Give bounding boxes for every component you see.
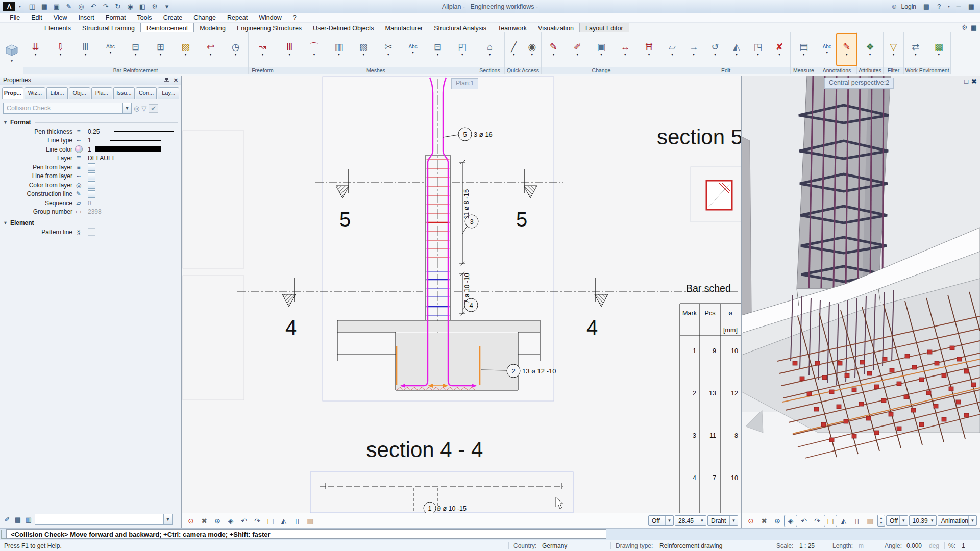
ribbon-tool-button[interactable]: ▥▾	[327, 34, 351, 65]
maximize-viewport-icon[interactable]: □	[964, 78, 968, 85]
viewport-tool-button[interactable]: ▦	[864, 515, 876, 527]
qat-icon[interactable]: ↷	[100, 2, 111, 11]
tab-issues[interactable]: Issu...	[113, 87, 135, 99]
tool-dropdown-caret[interactable]: ▼	[122, 103, 131, 113]
menu-item[interactable]: ?	[287, 14, 302, 21]
menu-item[interactable]: Change	[188, 14, 222, 21]
qat-icon[interactable]: ◫	[27, 2, 38, 11]
collapse-format-icon[interactable]: ▼	[3, 120, 8, 125]
viewport-tool-button[interactable]: ⊕	[211, 515, 224, 527]
ribbon-tool-button[interactable]: Ħ▾	[637, 34, 661, 65]
qat-icon[interactable]: ◧	[137, 2, 148, 11]
section-display-combo[interactable]: Off▼	[886, 515, 908, 526]
line-from-layer-checkbox[interactable]	[88, 172, 95, 180]
match-properties-icon[interactable]: ✐	[3, 516, 12, 523]
qat-icon[interactable]: ✎	[63, 2, 75, 11]
viewport-tool-button[interactable]: ◈	[225, 515, 237, 527]
viewport-tool-button[interactable]: ▦	[304, 515, 316, 527]
length-unit[interactable]: m	[859, 542, 864, 549]
close-panel-icon[interactable]: ✕	[174, 77, 178, 84]
pen-from-layer-row[interactable]: Pen from layer ≡	[0, 163, 181, 172]
viewport-tool-button[interactable]: ▯	[851, 515, 863, 527]
ribbon-tool-button[interactable]: Ⅲ▾	[73, 34, 98, 65]
section-display-combo[interactable]: Off▼	[648, 515, 674, 526]
render-mode-combo[interactable]: Draht▼	[707, 515, 738, 526]
ribbon-tool-button[interactable]: ◷▾	[223, 34, 248, 65]
combo-caret-icon[interactable]: ▼	[665, 516, 673, 525]
qat-icon[interactable]: ⚙	[149, 2, 160, 11]
user-icon[interactable]: ☺	[889, 2, 900, 11]
ribbon-tool-button[interactable]: ◰▾	[450, 34, 475, 65]
tab-structural-analysis[interactable]: Structural Analysis	[428, 23, 492, 32]
zoom-scale-combo[interactable]: 10.39▼	[909, 515, 937, 526]
qat-icon[interactable]: ◎	[76, 2, 87, 11]
tab-objects[interactable]: Obj...	[69, 87, 90, 99]
pen-thickness-row[interactable]: Pen thickness ≡ 0.25	[0, 127, 181, 136]
angle-unit[interactable]: deg	[929, 542, 939, 549]
sequence-row[interactable]: Sequence ▱ 0	[0, 198, 181, 208]
viewport-tool-button[interactable]: ↶	[238, 515, 250, 527]
drawing-type-value[interactable]: Reinforcement drawing	[659, 542, 722, 549]
panels-icon[interactable]: ▦	[966, 2, 977, 11]
ribbon-tool-button[interactable]: ◭▾	[726, 34, 747, 65]
ribbon-tool-button[interactable]: ▱▾	[662, 34, 683, 65]
ribbon-tool-button[interactable]: ✎▾	[837, 34, 857, 65]
qat-icon[interactable]: ▾	[161, 2, 173, 11]
viewport-tool-button[interactable]: ◈	[785, 515, 797, 527]
collapse-element-icon[interactable]: ▼	[3, 220, 8, 226]
ribbon-tool-button[interactable]: ✘▾	[769, 34, 790, 65]
menu-item[interactable]: Insert	[73, 14, 100, 21]
favorite-combo-caret[interactable]: ▼	[163, 514, 172, 524]
tab-user-defined-objects[interactable]: User-Defined Objects	[307, 23, 380, 32]
menu-item[interactable]: Tools	[131, 14, 157, 21]
construction-line-checkbox[interactable]	[88, 190, 95, 198]
viewport-tool-button[interactable]: ⊕	[771, 515, 783, 527]
viewport-tool-button[interactable]: ↶	[798, 515, 810, 527]
country-value[interactable]: Germany	[542, 542, 567, 549]
ribbon-tool-button[interactable]: ⌂▾	[475, 34, 504, 65]
tab-reinforcement[interactable]: Reinforcement	[140, 23, 194, 32]
close-viewport-icon[interactable]: ✖	[971, 78, 977, 85]
qat-icon[interactable]: ▣	[51, 2, 62, 11]
ribbon-tool-button[interactable]: ▽▾	[884, 34, 903, 65]
ribbon-tool-button[interactable]: ✂▾	[376, 34, 401, 65]
ribbon-tool-button[interactable]: ▨▾	[173, 34, 198, 65]
tab-teamwork[interactable]: Teamwork	[492, 23, 532, 32]
combo-caret-icon[interactable]: ▼	[729, 516, 738, 525]
ribbon-tool-button[interactable]: ↔▾	[613, 34, 637, 65]
qat-icon[interactable]: ▦	[39, 2, 50, 11]
ribbon-tool-button[interactable]: ▣▾	[590, 34, 614, 65]
ribbon-tool-button[interactable]: ▧▾	[351, 34, 376, 65]
ribbon-tool-button[interactable]: ⇩▾	[48, 34, 73, 65]
ribbon-tool-button[interactable]: ↩▾	[198, 34, 223, 65]
scale-value[interactable]: 1 : 25	[799, 542, 815, 549]
viewport-tool-button[interactable]: ↷	[251, 515, 263, 527]
ribbon-tool-button[interactable]: ◳▾	[747, 34, 769, 65]
pattern-line-checkbox[interactable]	[88, 228, 95, 236]
viewport-tool-button[interactable]: ◭	[838, 515, 850, 527]
group-number-row[interactable]: Group number ▭ 2398	[0, 208, 181, 217]
tab-wizard[interactable]: Wiz...	[24, 87, 46, 99]
construction-line-row[interactable]: Construction line ✎	[0, 190, 181, 199]
help-icon[interactable]: ?	[934, 2, 945, 11]
active-tool-combo[interactable]: Collision Check▼	[3, 103, 132, 114]
ribbon-tool-button[interactable]: ◉▾	[523, 34, 542, 65]
menu-item[interactable]: Format	[100, 14, 132, 21]
perspective-viewport[interactable]: Central perspective:2 □ ✖ ⊙✖⊕◈↶↷▤◭▯▦ ▲▼ …	[741, 76, 980, 528]
ribbon-tool-button[interactable]: ✎▾	[542, 34, 566, 65]
ribbon-tool-button[interactable]: ↝▾	[249, 34, 277, 65]
ribbon-tool-button[interactable]: ▩▾	[927, 34, 951, 65]
viewport-title-plan[interactable]: Plan:1	[451, 78, 478, 89]
printer-icon[interactable]: ▤	[921, 2, 932, 11]
ribbon-tool-button[interactable]: ⊟▾	[123, 34, 148, 65]
viewport-tool-button[interactable]: ▤	[824, 515, 837, 527]
menu-item[interactable]: Create	[158, 14, 188, 21]
tab-engineering-structures[interactable]: Engineering Structures	[231, 23, 307, 32]
pattern-line-row[interactable]: Pattern line §	[0, 228, 181, 237]
ribbon-tool-button[interactable]: →▾	[683, 34, 704, 65]
viewport-tool-button[interactable]: ▤	[264, 515, 277, 527]
percent-value[interactable]: 1	[962, 542, 965, 549]
pen-from-layer-checkbox[interactable]	[88, 163, 95, 171]
tab-connect[interactable]: Con...	[136, 87, 157, 99]
combo-caret-icon[interactable]: ▼	[928, 516, 936, 525]
